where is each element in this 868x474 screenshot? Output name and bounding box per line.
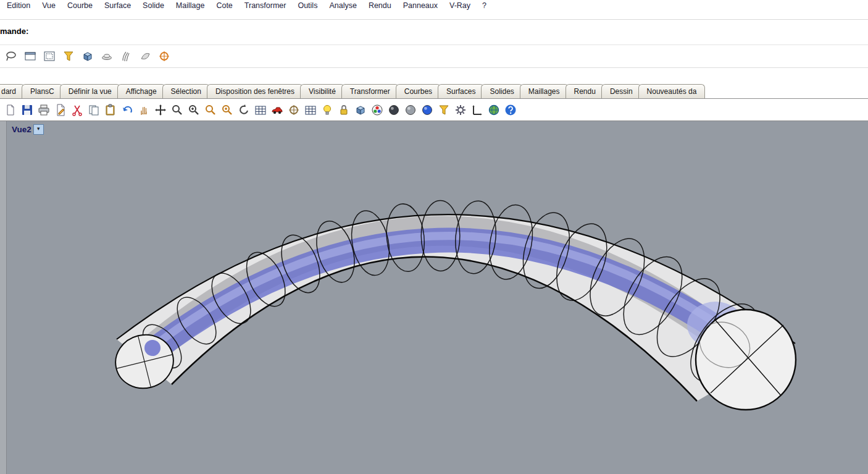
- menu-item-transformer[interactable]: Transformer: [244, 1, 286, 10]
- menu-item-maillage[interactable]: Maillage: [176, 1, 205, 10]
- render-preview-icon[interactable]: [353, 103, 368, 117]
- bounding-box-icon[interactable]: [80, 49, 95, 64]
- options-gear-icon[interactable]: [453, 103, 468, 117]
- help-icon[interactable]: [503, 103, 518, 117]
- toolbar-main: [0, 99, 868, 121]
- shell-surface-icon[interactable]: [138, 49, 152, 64]
- toolbar-gap: [0, 68, 868, 82]
- zoom-extents-icon[interactable]: [203, 103, 218, 117]
- command-line[interactable]: mande:: [0, 20, 868, 45]
- menu-item-courbe[interactable]: Courbe: [67, 1, 93, 10]
- earth-icon[interactable]: [486, 103, 501, 117]
- ghosted-mode-icon[interactable]: [403, 103, 418, 117]
- copy-icon[interactable]: [86, 103, 101, 117]
- lock-icon[interactable]: [336, 103, 351, 117]
- paste-icon[interactable]: [103, 103, 118, 117]
- tab-bar: dardPlansCDéfinir la vueAffichageSélecti…: [0, 82, 868, 99]
- layer-light-icon[interactable]: [320, 103, 335, 117]
- menu-item-edition[interactable]: Edition: [7, 1, 30, 10]
- viewport-canvas[interactable]: [7, 121, 868, 474]
- control-points-icon[interactable]: [303, 103, 318, 117]
- command-history-strip: [0, 11, 868, 20]
- center-snap-icon[interactable]: [157, 49, 172, 64]
- tab-transformer[interactable]: Transformer: [341, 84, 399, 98]
- viewport: Vue2 ▾: [0, 121, 868, 474]
- menu-item-outils[interactable]: Outils: [298, 1, 317, 10]
- color-wheel-icon[interactable]: [370, 103, 385, 117]
- menu-bar: EditionVueCourbeSurfaceSolideMaillageCot…: [0, 0, 868, 11]
- tab-dessin[interactable]: Dessin: [601, 84, 641, 98]
- tab-maillages[interactable]: Maillages: [520, 84, 569, 98]
- menu-item-rendu[interactable]: Rendu: [369, 1, 391, 10]
- cplane-axes-icon[interactable]: [470, 103, 485, 117]
- lasso-select-icon[interactable]: [4, 49, 19, 64]
- shaded-mode-icon[interactable]: [386, 103, 401, 117]
- menu-item-v-ray[interactable]: V-Ray: [449, 1, 470, 10]
- undo-icon[interactable]: [120, 103, 135, 117]
- tab-disposition-des-fen-tres[interactable]: Disposition des fenêtres: [207, 84, 303, 98]
- menu-item-vue[interactable]: Vue: [42, 1, 56, 10]
- tab-visibilit[interactable]: Visibilité: [300, 84, 344, 98]
- zoom-selected-icon[interactable]: [220, 103, 235, 117]
- viewport-maximize-icon[interactable]: [42, 49, 57, 64]
- tab-courbes[interactable]: Courbes: [396, 84, 441, 98]
- zoom-icon[interactable]: [170, 103, 185, 117]
- menu-item-panneaux[interactable]: Panneaux: [403, 1, 438, 10]
- tab-dard[interactable]: dard: [0, 84, 25, 98]
- tab-affichage[interactable]: Affichage: [117, 84, 165, 98]
- viewport-window-icon[interactable]: [23, 49, 38, 64]
- undo-view-icon[interactable]: [236, 103, 251, 117]
- rendered-mode-icon[interactable]: [420, 103, 435, 117]
- filter-icon[interactable]: [436, 103, 451, 117]
- new-file-icon[interactable]: [3, 103, 18, 117]
- orbit-icon[interactable]: [286, 103, 301, 117]
- menu-item-surface[interactable]: Surface: [104, 1, 131, 10]
- viewport-title-label[interactable]: Vue2: [12, 125, 31, 134]
- save-icon[interactable]: [20, 103, 35, 117]
- cap-surface-icon[interactable]: [99, 49, 114, 64]
- cut-icon[interactable]: [70, 103, 85, 117]
- viewport-area[interactable]: Vue2 ▾: [7, 121, 868, 474]
- export-icon[interactable]: [53, 103, 68, 117]
- pan-icon[interactable]: [136, 103, 151, 117]
- tab-nouveaut-s-da[interactable]: Nouveautés da: [638, 84, 706, 98]
- viewport-dropdown-button[interactable]: ▾: [33, 124, 44, 135]
- viewport-title[interactable]: Vue2 ▾: [12, 124, 44, 135]
- menu-item-analyse[interactable]: Analyse: [329, 1, 356, 10]
- hatch-curves-icon[interactable]: [119, 49, 133, 64]
- rotate-view-icon[interactable]: [153, 103, 168, 117]
- tab-solides[interactable]: Solides: [481, 84, 522, 98]
- tab-s-lection[interactable]: Sélection: [162, 84, 210, 98]
- zoom-window-icon[interactable]: [186, 103, 201, 117]
- tab-rendu[interactable]: Rendu: [565, 84, 604, 98]
- menu-item-help[interactable]: ?: [482, 1, 486, 10]
- tab-plansc[interactable]: PlansC: [22, 84, 63, 98]
- viewport-left-strip[interactable]: [0, 121, 7, 474]
- selection-filter-icon[interactable]: [61, 49, 76, 64]
- car-icon[interactable]: [270, 103, 285, 117]
- menu-item-cote[interactable]: Cote: [216, 1, 232, 10]
- toolbar-small: [0, 45, 868, 68]
- print-icon[interactable]: [36, 103, 51, 117]
- command-prompt-label: mande:: [0, 27, 28, 36]
- tab-surfaces[interactable]: Surfaces: [438, 84, 484, 98]
- menu-item-solide[interactable]: Solide: [143, 1, 164, 10]
- tab-d-finir-la-vue[interactable]: Définir la vue: [60, 84, 120, 98]
- grid-snap-icon[interactable]: [253, 103, 268, 117]
